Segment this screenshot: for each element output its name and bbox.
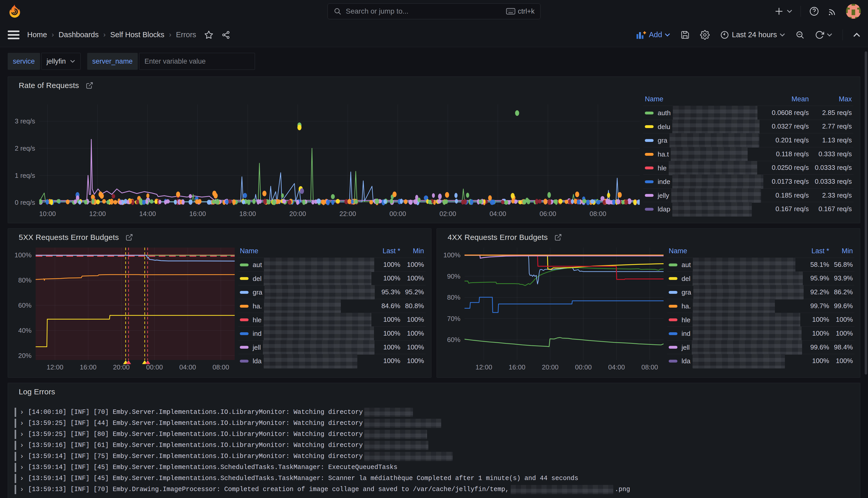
err4xx-plot-area[interactable] — [465, 248, 664, 360]
variable-service-select[interactable]: jellyfin — [41, 53, 81, 70]
share-button[interactable] — [222, 30, 231, 40]
search-bar[interactable]: Search or jump to... ctrl+k — [328, 3, 540, 19]
panel-header[interactable]: Log Errors — [8, 383, 860, 398]
zoom-out-button[interactable] — [796, 30, 805, 40]
legend-column-header[interactable]: Last * — [805, 245, 831, 258]
legend-row[interactable]: aut100%100% — [238, 258, 426, 272]
legend-row[interactable]: aut58.1%56.8% — [667, 258, 854, 272]
legend-row[interactable]: jell100%100% — [238, 340, 426, 354]
log-row[interactable]: ›[13:59:25] [INF] [80] Emby.Server.Imple… — [15, 429, 853, 440]
legend-row[interactable]: ha.99.7%99.6% — [667, 299, 854, 313]
legend-column-header[interactable]: Name — [667, 245, 805, 258]
legend-row[interactable]: ind100%100% — [238, 327, 426, 340]
new-menu-button[interactable] — [774, 6, 792, 16]
log-expand-icon[interactable]: › — [20, 475, 24, 482]
kiosk-mode-button[interactable] — [853, 32, 860, 38]
legend-row[interactable]: delu0.0327 req/s2.77 req/s — [643, 120, 853, 133]
rate-of-requests-chart[interactable]: 0 req/s1 req/s2 req/s3 req/s10:0012:0014… — [8, 92, 643, 221]
x-axis-tick-label: 08:00 — [580, 210, 616, 218]
legend-row[interactable]: ind100%100% — [667, 327, 854, 340]
legend-value: 100% — [402, 340, 426, 354]
legend-row[interactable]: hle0.0250 req/s0.0333 req/s — [643, 161, 853, 175]
external-link-icon[interactable] — [86, 82, 93, 89]
panel-header[interactable]: Rate of Requests — [8, 77, 860, 92]
save-dashboard-button[interactable] — [681, 30, 690, 40]
panel-header[interactable]: 5XX Requests Error Budgets — [8, 228, 431, 244]
log-row[interactable]: ›[13:59:14] [INF] [75] Emby.Server.Imple… — [15, 451, 853, 462]
redacted-text — [511, 485, 613, 494]
time-range-picker[interactable]: Last 24 hours — [720, 30, 785, 40]
legend-row[interactable]: gra0.201 req/s1.13 req/s — [643, 133, 853, 147]
legend-row[interactable]: gra95.3%95.2% — [238, 285, 426, 299]
series-color-pill — [645, 167, 654, 169]
legend-column-header[interactable]: Last * — [376, 245, 402, 258]
legend-column-header[interactable]: Mean — [765, 93, 810, 106]
legend-row[interactable]: auth0.0608 req/s2.85 req/s — [643, 106, 853, 120]
menu-toggle-button[interactable] — [8, 30, 19, 40]
legend-column-header[interactable]: Min — [402, 245, 426, 258]
external-link-icon[interactable] — [554, 234, 562, 241]
log-expand-icon[interactable]: › — [20, 442, 24, 449]
log-expand-icon[interactable]: › — [20, 431, 24, 438]
log-row[interactable]: ›[13:59:25] [INF] [44] Emby.Server.Imple… — [15, 418, 853, 429]
legend-value: 100% — [376, 258, 402, 272]
rate-plot-area[interactable] — [39, 104, 640, 207]
legend-row[interactable]: del100%100% — [238, 272, 426, 285]
annotation-marker-icon[interactable] — [126, 360, 131, 364]
breadcrumb-separator: › — [169, 31, 171, 39]
breadcrumb-folder[interactable]: Self Host Blocks — [110, 30, 164, 39]
err5xx-plot-area[interactable] — [36, 248, 235, 360]
help-button[interactable] — [809, 6, 819, 16]
breadcrumb-home[interactable]: Home — [27, 30, 47, 39]
panel-header[interactable]: 4XX Requests Error Budgets — [437, 228, 860, 244]
legend-row[interactable]: jell99.6%98.4% — [667, 340, 854, 354]
breadcrumb-dashboards[interactable]: Dashboards — [58, 30, 98, 39]
grafana-logo[interactable] — [7, 4, 22, 18]
legend-row[interactable]: hle100%100% — [667, 313, 854, 327]
legend-row[interactable]: gra92.2%86.2% — [667, 285, 854, 299]
log-expand-icon[interactable]: › — [20, 463, 24, 471]
legend-row[interactable]: inde0.0173 req/s0.0333 req/s — [643, 175, 853, 188]
redacted-text — [364, 441, 428, 450]
log-expand-icon[interactable]: › — [20, 419, 24, 427]
user-avatar[interactable] — [846, 4, 861, 19]
news-button[interactable] — [827, 6, 838, 16]
legend-row[interactable]: hle100%100% — [238, 313, 426, 327]
err4xx-chart[interactable]: 60%70%80%90%100%12:0016:0020:0000:0004:0… — [437, 244, 667, 376]
legend-row[interactable]: ldap0.167 req/s0.167 req/s — [643, 202, 853, 216]
legend-row[interactable]: ha.t0.118 req/s0.333 req/s — [643, 147, 853, 161]
panel-5xx-error-budgets: 5XX Requests Error Budgets 20%40%60%80%1… — [8, 228, 431, 378]
legend-row[interactable]: ha.84.6%80.8% — [238, 299, 426, 313]
redacted-text — [693, 299, 775, 313]
log-row[interactable]: ›[13:59:16] [INF] [61] Emby.Server.Imple… — [15, 440, 853, 451]
legend-value: 95.3% — [376, 285, 402, 299]
series-color-pill — [669, 305, 678, 307]
err5xx-legend: NameLast *Minaut100%100%del100%100%gra95… — [238, 244, 431, 376]
annotation-marker-icon[interactable] — [145, 360, 150, 364]
legend-column-header[interactable]: Name — [643, 93, 765, 106]
dashboard-settings-button[interactable] — [700, 30, 710, 40]
favorite-star-button[interactable] — [204, 30, 214, 40]
log-expand-icon[interactable]: › — [20, 486, 24, 493]
legend-column-header[interactable]: Max — [810, 93, 853, 106]
add-panel-button[interactable]: Add — [636, 30, 670, 39]
legend-row[interactable]: del95.9%93.9% — [667, 272, 854, 285]
log-row[interactable]: ›[13:59:14] [INF] [45] Emby.Server.Imple… — [15, 462, 853, 473]
log-expand-icon[interactable]: › — [20, 453, 24, 460]
variable-server-name-input[interactable]: Enter variable value — [139, 53, 255, 70]
legend-column-header[interactable]: Min — [831, 245, 854, 258]
legend-column-header[interactable]: Name — [238, 245, 376, 258]
legend-row[interactable]: jelly0.185 req/s2.33 req/s — [643, 188, 853, 202]
external-link-icon[interactable] — [125, 234, 133, 241]
refresh-button[interactable] — [815, 30, 832, 40]
log-row[interactable]: ›[14:00:10] [INF] [70] Emby.Server.Imple… — [15, 407, 853, 418]
legend-value: 99.6% — [805, 340, 831, 354]
page-scrollbar[interactable] — [865, 51, 867, 375]
legend-row[interactable]: lda100%100% — [238, 354, 426, 368]
top-nav-bar: Search or jump to... ctrl+k — [0, 0, 868, 23]
log-expand-icon[interactable]: › — [20, 408, 24, 416]
log-row[interactable]: ›[13:59:13] [INF] [70] Emby.Drawing.Imag… — [15, 484, 853, 495]
err5xx-chart[interactable]: 20%40%60%80%100%12:0016:0020:0000:0004:0… — [8, 244, 238, 376]
legend-row[interactable]: lda100%100% — [667, 354, 854, 368]
log-row[interactable]: ›[13:59:14] [INF] [45] Emby.Server.Imple… — [15, 473, 853, 484]
